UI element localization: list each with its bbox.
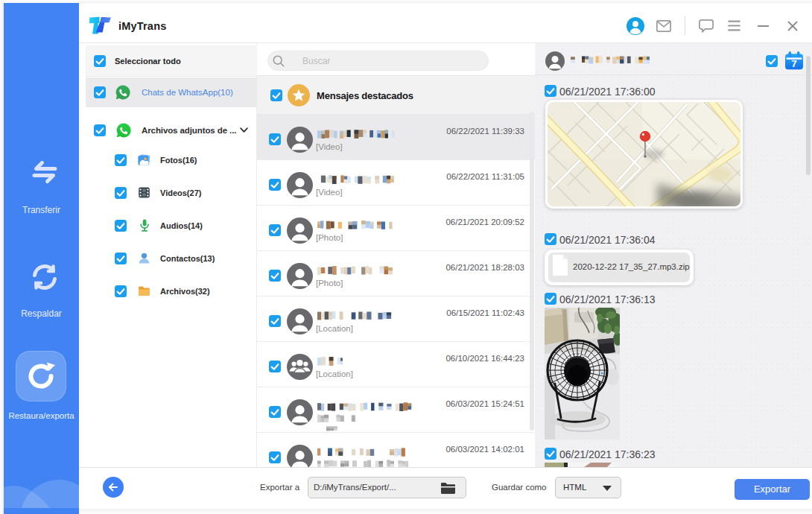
svg-text:7: 7 — [791, 58, 797, 69]
